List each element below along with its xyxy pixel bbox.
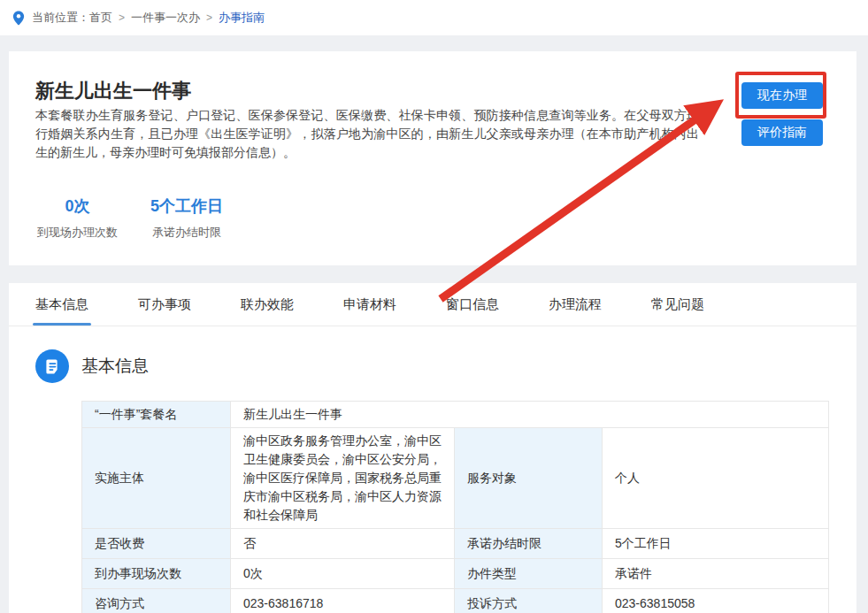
location-pin-icon xyxy=(12,11,25,26)
service-description: 本套餐联办生育服务登记、户口登记、医保参保登记、医保缴费、社保卡申领、预防接种信… xyxy=(35,106,699,162)
tab-process[interactable]: 办理流程 xyxy=(549,283,602,326)
apply-now-button[interactable]: 现在办理 xyxy=(741,82,823,109)
tab-faq[interactable]: 常见问题 xyxy=(651,283,704,326)
cell-consult-value: 023-63816718 xyxy=(231,589,455,613)
table-row-fee: 是否收费 否 承诺办结时限 5个工作日 xyxy=(82,529,829,559)
tab-available-items[interactable]: 可办事项 xyxy=(138,283,191,326)
evaluation-guide-button[interactable]: 评价指南 xyxy=(741,119,823,146)
cell-deadline-label: 承诺办结时限 xyxy=(455,529,603,559)
breadcrumb-separator: > xyxy=(119,11,125,24)
stat-deadline-label: 承诺办结时限 xyxy=(142,225,231,241)
table-row-implementer: 实施主体 渝中区政务服务管理办公室，渝中区卫生健康委员会，渝中区公安分局，渝中区… xyxy=(82,428,829,529)
cell-type-label: 办件类型 xyxy=(455,559,603,589)
cell-fee-label: 是否收费 xyxy=(82,529,231,559)
breadcrumb: 当前位置： 首页 > 一件事一次办 > 办事指南 xyxy=(0,0,868,35)
table-row-contact: 咨询方式 023-63816718 投诉方式 023-63815058 xyxy=(82,589,829,613)
tab-joint-efficiency[interactable]: 联办效能 xyxy=(241,283,294,326)
cell-complaint-label: 投诉方式 xyxy=(455,589,603,613)
cell-deadline-value: 5个工作日 xyxy=(603,529,829,559)
detail-card: 基本信息 可办事项 联办效能 申请材料 窗口信息 办理流程 常见问题 基本信息 xyxy=(9,283,856,613)
page-title: 新生儿出生一件事 xyxy=(35,78,191,104)
breadcrumb-separator: > xyxy=(206,11,212,24)
cell-consult-label: 咨询方式 xyxy=(82,589,231,613)
cell-service-target-label: 服务对象 xyxy=(455,428,603,529)
breadcrumb-one-thing[interactable]: 一件事一次办 xyxy=(131,10,200,26)
breadcrumb-home[interactable]: 首页 xyxy=(89,10,112,26)
cell-type-value: 承诺件 xyxy=(603,559,829,589)
stat-visits-value: 0次 xyxy=(35,195,119,217)
service-summary-card: 新生儿出生一件事 本套餐联办生育服务登记、户口登记、医保参保登记、医保缴费、社保… xyxy=(9,51,856,265)
cell-fee-value: 否 xyxy=(231,529,455,559)
cell-implementer-value: 渝中区政务服务管理办公室，渝中区卫生健康委员会，渝中区公安分局，渝中区医疗保障局… xyxy=(231,428,455,529)
table-row-package: “一件事”套餐名 新生儿出生一件事 xyxy=(82,402,829,428)
document-icon xyxy=(35,349,69,383)
cell-visits-value: 0次 xyxy=(231,559,455,589)
cell-implementer-label: 实施主体 xyxy=(82,428,231,529)
cell-service-target-value: 个人 xyxy=(603,428,829,529)
stat-visits-label: 到现场办理次数 xyxy=(35,225,119,241)
stats-row: 0次 到现场办理次数 5个工作日 承诺办结时限 xyxy=(35,195,231,241)
section-header: 基本信息 xyxy=(35,349,856,383)
cell-package-value: 新生儿出生一件事 xyxy=(231,402,829,428)
basic-info-table: “一件事”套餐名 新生儿出生一件事 实施主体 渝中区政务服务管理办公室，渝中区卫… xyxy=(81,401,829,613)
stat-deadline-value: 5个工作日 xyxy=(142,195,231,217)
tab-basic-info[interactable]: 基本信息 xyxy=(35,283,88,326)
page: 当前位置： 首页 > 一件事一次办 > 办事指南 新生儿出生一件事 本套餐联办生… xyxy=(0,0,868,613)
stat-deadline: 5个工作日 承诺办结时限 xyxy=(142,195,231,241)
cell-visits-label: 到办事现场次数 xyxy=(82,559,231,589)
section-title: 基本信息 xyxy=(81,355,149,378)
tab-application-materials[interactable]: 申请材料 xyxy=(343,283,396,326)
breadcrumb-prefix: 当前位置： xyxy=(32,10,89,26)
stat-visits: 0次 到现场办理次数 xyxy=(35,195,119,241)
table-row-visits: 到办事现场次数 0次 办件类型 承诺件 xyxy=(82,559,829,589)
cell-package-label: “一件事”套餐名 xyxy=(82,402,231,428)
cell-complaint-value: 023-63815058 xyxy=(603,589,829,613)
tab-bar: 基本信息 可办事项 联办效能 申请材料 窗口信息 办理流程 常见问题 xyxy=(9,283,856,326)
breadcrumb-guide-current[interactable]: 办事指南 xyxy=(219,10,265,26)
tab-window-info[interactable]: 窗口信息 xyxy=(446,283,499,326)
